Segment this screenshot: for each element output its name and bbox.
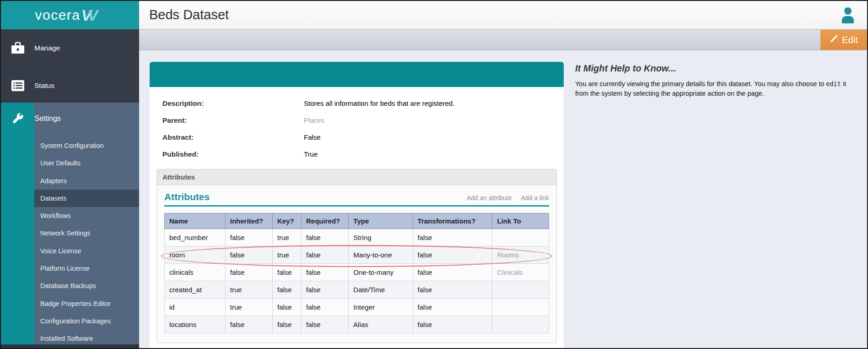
sidebar-item-label: Manage [34,44,60,52]
attributes-table-wrap: Name Inherited? Key? Required? Type Tran… [164,213,549,333]
field-value: Stores all information for beds that are… [304,99,454,108]
cell-link-to[interactable]: Rooms [492,246,549,264]
field-label: Abstract: [162,133,304,142]
vocera-admin-window: vocera VV Manage [0,0,868,349]
cell-required: false [302,246,349,264]
dataset-card-header [150,62,564,87]
cell-type: Integer [349,299,413,316]
cell-key: false [273,264,302,281]
sidebar-item-system-configuration[interactable]: System Configuration [34,137,139,154]
sidebar-item-manage[interactable]: Manage [1,35,139,61]
cell-transformations: false [413,316,492,333]
cell-name: room [165,246,226,264]
column-header: Type [349,213,413,229]
cell-key: false [273,281,302,299]
cell-key: false [273,316,302,333]
dataset-details-card: Description: Stores all information for … [150,62,564,348]
cell-key: true [273,246,302,264]
field-abstract: Abstract: False [162,133,557,142]
settings-submenu: System Configuration User Defaults Adapt… [34,135,139,344]
cell-required: false [302,281,349,299]
sidebar-item-datasets[interactable]: Datasets [34,190,139,207]
vocera-logo[interactable]: vocera VV [35,7,105,23]
table-row-clinicals[interactable]: clinicals false false false One-to-many … [165,264,549,281]
field-parent: Parent: Places [162,116,557,125]
sidebar-item-status[interactable]: Status [1,72,139,99]
cell-required: false [302,264,349,281]
attributes-section-title: Attributes [164,191,458,202]
help-code-edit: edit [826,80,841,87]
dataset-card-body: Description: Stores all information for … [150,87,564,348]
logo-bar: vocera VV [1,1,139,29]
cell-type: Many-to-one [349,246,413,264]
page-title: Beds Dataset [139,7,839,22]
sidebar-item-user-defaults[interactable]: User Defaults [34,154,139,172]
sidebar-item-database-backups[interactable]: Database Backups [34,277,139,294]
cell-type: Date/Time [349,281,413,299]
table-row-id[interactable]: id true false false Integer false [165,299,549,316]
dataset-fields: Description: Stores all information for … [156,99,557,159]
action-toolbar: Edit [139,29,867,50]
help-panel-body: You are currently viewing the primary de… [575,79,856,98]
add-attribute-link[interactable]: Add an attribute [467,194,512,202]
cell-transformations: false [413,264,492,281]
cell-inherited: false [225,316,272,333]
parent-link[interactable]: Places [304,116,324,125]
sidebar-item-workflows[interactable]: Workflows [34,207,139,224]
field-label: Description: [162,99,304,108]
attributes-heading-row: Attributes Add an attribute Add a link [164,191,549,207]
sidebar-item-label: Settings [34,115,61,123]
cell-inherited: false [225,246,272,264]
cell-name: created_at [165,281,226,299]
sidebar-item-settings[interactable]: Settings [1,103,139,135]
table-header-row: Name Inherited? Key? Required? Type Tran… [165,213,549,229]
field-description: Description: Stores all information for … [162,99,557,108]
sidebar-item-label: Status [34,82,54,90]
field-label: Published: [162,150,304,159]
vocera-v-mark-icon: VV [81,7,105,23]
cell-required: false [302,316,349,333]
table-row-room[interactable]: room false true false Many-to-one false … [165,246,549,264]
field-published: Published: True [162,150,557,159]
cell-key: true [273,229,302,246]
vocera-logo-text: vocera [35,7,80,23]
titlebar: Beds Dataset [139,1,867,29]
column-header: Key? [273,213,302,229]
sidebar: vocera VV Manage [1,1,139,348]
cell-link-to [492,299,549,316]
column-header: Transformations? [413,213,492,229]
sidebar-item-voice-license[interactable]: Voice License [34,242,139,260]
cell-required: false [302,229,349,246]
cell-link-to [492,229,549,246]
user-icon[interactable] [839,6,857,24]
column-header: Name [165,213,226,229]
cell-link-to [492,316,549,333]
sidebar-item-network-settings[interactable]: Network Settings [34,224,139,242]
table-row-bed-number[interactable]: bed_number false true false String false [165,229,549,246]
column-header: Inherited? [225,213,272,229]
pencil-icon [830,34,838,45]
edit-button[interactable]: Edit [820,30,867,50]
cell-type: String [349,229,413,246]
cell-inherited: true [225,281,272,299]
sidebar-item-platform-license[interactable]: Platform License [34,260,139,277]
sidebar-item-badge-properties-editor[interactable]: Badge Properties Editor [34,295,139,312]
table-row-locations[interactable]: locations false false false Alias false [165,316,549,333]
cell-name: clinicals [165,264,226,281]
sidebar-item-adapters[interactable]: Adapters [34,172,139,190]
help-panel: It Might Help to Know... You are current… [575,63,856,98]
cell-link-to[interactable]: Clinicals [492,264,549,281]
cell-link-to [492,281,549,299]
column-header: Link To [492,213,549,229]
table-row-created-at[interactable]: created_at true false false Date/Time fa… [165,281,549,299]
field-value: True [304,150,318,159]
cell-required: false [302,299,349,316]
sidebar-item-configuration-packages[interactable]: Configuration Packages [34,312,139,330]
field-label: Parent: [162,116,304,125]
status-list-icon [1,80,34,92]
cell-key: false [273,299,302,316]
attributes-panel: Attributes Attributes Add an attribute A… [156,169,557,343]
wrench-icon [1,103,34,135]
cell-inherited: false [225,264,272,281]
add-link-link[interactable]: Add a link [521,194,549,202]
